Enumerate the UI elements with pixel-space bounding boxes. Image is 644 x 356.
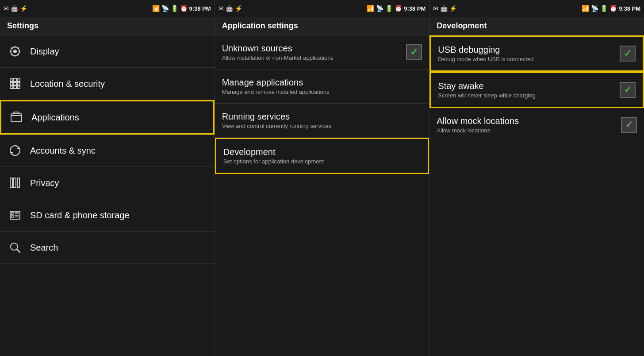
setting-development[interactable]: Development Set options for application … — [215, 138, 429, 174]
accounts-content: Accounts & sync — [30, 146, 207, 156]
battery-icon-2: 🔋 — [385, 5, 393, 12]
development-title: Development — [223, 147, 421, 157]
development-title-header: Development — [437, 21, 487, 30]
applications-content: Applications — [31, 112, 206, 123]
unknown-sources-title: Unknown sources — [222, 43, 401, 54]
storage-content: SD card & phone storage — [30, 210, 207, 221]
setting-manage-apps[interactable]: Manage applications Manage and remove in… — [215, 70, 429, 104]
unknown-sources-content: Unknown sources Allow installation of no… — [222, 43, 401, 61]
svg-rect-17 — [14, 86, 16, 89]
settings-title: Settings — [7, 21, 38, 30]
running-services-title: Running services — [222, 112, 422, 122]
settings-panel-header: Settings — [0, 17, 215, 35]
menu-item-display[interactable]: Display — [0, 35, 215, 68]
svg-rect-11 — [14, 79, 16, 81]
status-icons-right-3: 📶 📡 🔋 ⏰ 9:38 PM — [582, 5, 640, 12]
alarm-icon: ⏰ — [180, 5, 188, 12]
stay-awake-title: Stay awake — [438, 81, 614, 91]
panels-container: Settings Display — [0, 17, 644, 356]
menu-item-applications[interactable]: Applications — [0, 100, 215, 135]
status-icons-right-2: 📶 📡 🔋 ⏰ 9:38 PM — [367, 5, 426, 12]
setting-mock-locations[interactable]: Allow mock locations Allow mock location… — [429, 108, 644, 142]
mock-locations-checkbox[interactable]: ✓ — [621, 117, 637, 133]
menu-item-storage[interactable]: SD card & phone storage — [0, 199, 215, 232]
search-title: Search — [30, 243, 207, 253]
applications-icon — [8, 109, 24, 125]
status-bar-3: ✉ 🤖 ⚡ 📶 📡 🔋 ⏰ 9:38 PM — [429, 0, 644, 17]
gmail-icon: ✉ — [4, 5, 9, 12]
running-services-content: Running services View and control curren… — [222, 112, 422, 129]
svg-rect-14 — [14, 82, 16, 85]
privacy-content: Privacy — [30, 178, 207, 188]
menu-item-search[interactable]: Search — [0, 232, 215, 264]
battery-icon-3: 🔋 — [600, 5, 608, 12]
gmail-icon-2: ✉ — [218, 5, 224, 12]
time-display-3: 9:38 PM — [619, 5, 640, 12]
svg-rect-10 — [10, 79, 13, 81]
location-icon — [7, 76, 23, 92]
svg-rect-12 — [17, 79, 20, 81]
app-settings-title: Application settings — [222, 21, 298, 30]
display-icon — [7, 43, 23, 59]
application-settings-panel: Application settings Unknown sources All… — [215, 17, 430, 356]
menu-item-accounts[interactable]: Accounts & sync — [0, 135, 215, 167]
unknown-sources-check: ✓ — [410, 46, 418, 58]
time-display-1: 9:38 PM — [189, 5, 211, 12]
svg-rect-16 — [10, 86, 13, 89]
usb-debugging-subtitle: Debug mode when USB is connected — [438, 56, 614, 62]
development-content: Development Set options for application … — [223, 147, 421, 165]
svg-rect-26 — [12, 213, 13, 214]
development-header: Development — [429, 17, 644, 35]
status-icons-right-1: 📶 📡 🔋 ⏰ 9:38 PM — [152, 5, 211, 12]
android-icon: 🤖 — [11, 5, 18, 12]
svg-rect-22 — [10, 178, 12, 188]
storage-title: SD card & phone storage — [30, 210, 207, 221]
setting-unknown-sources[interactable]: Unknown sources Allow installation of no… — [215, 35, 429, 70]
svg-rect-19 — [11, 114, 22, 122]
sync-icon — [7, 143, 23, 159]
status-bar-2: ✉ 🤖 ⚡ 📶 📡 🔋 ⏰ 9:38 PM — [215, 0, 430, 17]
stay-awake-checkbox[interactable]: ✓ — [620, 82, 636, 98]
setting-usb-debugging[interactable]: USB debugging Debug mode when USB is con… — [429, 35, 644, 72]
app-settings-header: Application settings — [215, 17, 429, 35]
usb-icon-2: ⚡ — [235, 5, 242, 12]
signal-icon-2: 📡 — [376, 5, 383, 12]
wifi-icon-2: 📶 — [367, 5, 374, 12]
usb-debugging-checkbox[interactable]: ✓ — [620, 46, 636, 62]
wifi-icon-3: 📶 — [582, 5, 589, 12]
svg-rect-27 — [12, 216, 13, 217]
manage-apps-content: Manage applications Manage and remove in… — [222, 77, 422, 95]
stay-awake-subtitle: Screen will never sleep while charging — [438, 92, 614, 99]
privacy-icon — [7, 175, 23, 191]
manage-apps-subtitle: Manage and remove installed applications — [222, 89, 422, 95]
stay-awake-check: ✓ — [624, 84, 632, 96]
setting-running-services[interactable]: Running services View and control curren… — [215, 104, 429, 138]
wifi-icon: 📶 — [152, 5, 160, 12]
setting-stay-awake[interactable]: Stay awake Screen will never sleep while… — [429, 72, 644, 108]
mock-locations-title: Allow mock locations — [437, 116, 616, 126]
menu-item-location[interactable]: Location & security — [0, 68, 215, 100]
status-bars: ✉ 🤖 ⚡ 📶 📡 🔋 ⏰ 9:38 PM ✉ 🤖 ⚡ 📶 📡 🔋 ⏰ 9:38… — [0, 0, 644, 17]
battery-icon: 🔋 — [171, 5, 178, 12]
menu-item-privacy[interactable]: Privacy — [0, 167, 215, 199]
status-icons-left-1: ✉ 🤖 ⚡ — [4, 5, 27, 12]
android-icon-2: 🤖 — [226, 5, 233, 12]
alarm-icon-3: ⏰ — [610, 5, 617, 12]
svg-rect-23 — [14, 178, 16, 188]
development-panel: Development USB debugging Debug mode whe… — [429, 17, 644, 356]
unknown-sources-subtitle: Allow installation of non-Market applica… — [222, 54, 401, 61]
mock-locations-content: Allow mock locations Allow mock location… — [437, 116, 616, 134]
mock-locations-check: ✓ — [625, 119, 633, 131]
time-display-2: 9:38 PM — [404, 5, 426, 12]
usb-icon-3: ⚡ — [449, 5, 457, 12]
unknown-sources-checkbox[interactable]: ✓ — [406, 44, 422, 60]
svg-rect-18 — [17, 86, 20, 89]
status-bar-1: ✉ 🤖 ⚡ 📶 📡 🔋 ⏰ 9:38 PM — [0, 0, 215, 17]
signal-icon-3: 📡 — [591, 5, 598, 12]
usb-icon: ⚡ — [20, 5, 27, 12]
display-title: Display — [30, 46, 207, 57]
status-icons-left-3: ✉ 🤖 ⚡ — [433, 5, 457, 12]
svg-rect-24 — [17, 178, 19, 188]
svg-line-33 — [17, 249, 20, 252]
accounts-title: Accounts & sync — [30, 146, 207, 156]
